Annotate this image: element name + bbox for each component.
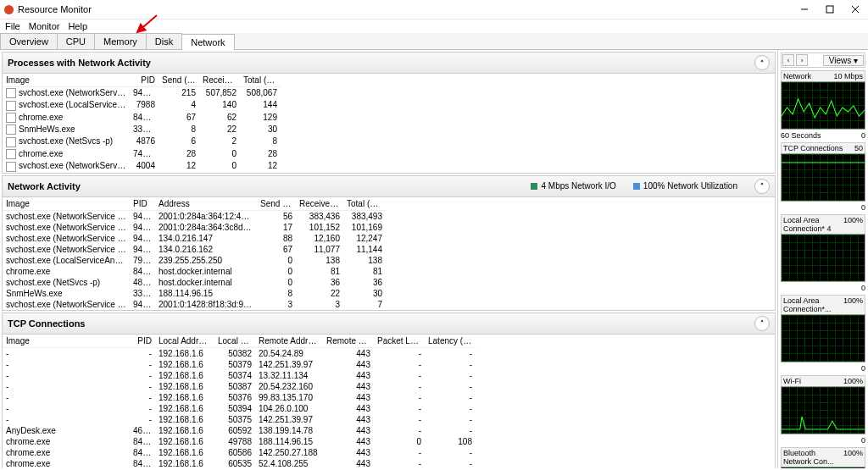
cell: - [374, 447, 425, 458]
column-header[interactable]: Total (B/sec) [240, 74, 281, 87]
column-header[interactable]: Remote Address [255, 335, 323, 348]
cell: 50375 [214, 414, 255, 425]
panel-tcp-title: TCP Connections [8, 318, 85, 329]
arrow-left-icon[interactable]: ‹ [782, 54, 794, 66]
tab-cpu[interactable]: CPU [57, 33, 95, 49]
tab-memory[interactable]: Memory [94, 33, 147, 49]
arrow-right-icon[interactable]: › [796, 54, 808, 66]
chevron-up-icon[interactable]: ˄ [754, 316, 770, 331]
tab-overview[interactable]: Overview [0, 33, 58, 49]
tab-disk[interactable]: Disk [146, 33, 182, 49]
cell: - [425, 370, 476, 381]
cell: - [374, 403, 425, 414]
chevron-up-icon[interactable]: ˄ [754, 55, 770, 70]
cell: 383,436 [296, 211, 343, 222]
panel-tcp-header[interactable]: TCP Connections ˄ [3, 313, 775, 335]
cell: 108 [425, 436, 476, 447]
cell: 36 [343, 277, 386, 288]
cell: 134.0.216.162 [155, 244, 257, 255]
column-header[interactable]: Local Address [155, 335, 214, 348]
column-header[interactable]: PID [130, 197, 155, 211]
cell: 192.168.1.6 [155, 458, 214, 468]
panel-processes: Processes with Network Activity ˄ ImageP… [2, 52, 776, 174]
cell: 2001:0:1428:8f18:3d:9312:fa... [155, 299, 257, 310]
chart-footer: 0 [781, 284, 865, 292]
column-header[interactable]: Image [3, 197, 130, 211]
menu-help[interactable]: Help [68, 21, 87, 31]
checkbox[interactable] [6, 149, 16, 159]
cell: - [425, 425, 476, 436]
column-header[interactable]: Packet Loss (%) [374, 335, 425, 348]
cell: 50379 [214, 359, 255, 370]
column-header[interactable]: Local Port [214, 335, 255, 348]
cell: - [3, 348, 130, 359]
cell: 507,852 [199, 87, 240, 99]
column-header[interactable]: PID [130, 74, 159, 87]
chart-scale: 100% [843, 216, 863, 233]
chart-scale: 100% [843, 377, 863, 385]
cell: 30 [240, 124, 281, 135]
chart-header: Network10 Mbps [781, 70, 865, 81]
column-header[interactable]: Receive (B/sec) [199, 74, 240, 87]
cell: - [425, 403, 476, 414]
column-header[interactable]: Send (B/sec) [257, 197, 296, 211]
titlebar: Resource Monitor [0, 0, 868, 19]
checkbox[interactable] [6, 113, 16, 123]
views-dropdown[interactable]: Views ▾ [823, 55, 864, 66]
cell: 81 [296, 266, 343, 277]
cell: 94412 [130, 211, 155, 222]
column-header[interactable]: Latency (ms) [425, 335, 476, 348]
cell: - [130, 392, 155, 403]
cell: 443 [323, 359, 374, 370]
menu-monitor[interactable]: Monitor [29, 21, 60, 31]
minimize-button[interactable] [792, 0, 817, 19]
checkbox[interactable] [6, 137, 16, 147]
cell: 84760 [130, 436, 155, 447]
side-panel: ‹ › Views ▾ Network10 Mbps60 Seconds0TCP… [778, 50, 868, 468]
panel-processes-header[interactable]: Processes with Network Activity ˄ [3, 53, 775, 74]
column-header[interactable]: Image [3, 335, 130, 348]
cell: chrome.exe [3, 112, 130, 124]
menu-file[interactable]: File [5, 21, 20, 31]
chart [781, 81, 865, 130]
column-header[interactable]: PID [130, 335, 155, 348]
column-header[interactable]: Remote Port [323, 335, 374, 348]
cell: - [425, 447, 476, 458]
cell: 3 [296, 299, 343, 310]
cell: chrome.exe [3, 458, 130, 468]
cell: - [374, 348, 425, 359]
column-header[interactable]: Total (B/sec) [343, 197, 386, 211]
checkbox[interactable] [6, 124, 16, 135]
cell: - [130, 381, 155, 392]
cell: svchost.exe (NetSvcs -p) [3, 135, 130, 147]
column-header[interactable]: Image [3, 74, 130, 87]
cell: 4876 [130, 135, 159, 147]
checkbox[interactable] [6, 88, 16, 98]
checkbox[interactable] [6, 162, 16, 172]
column-header[interactable]: Send (B/sec) [159, 74, 199, 87]
cell: - [374, 392, 425, 403]
cell: - [130, 414, 155, 425]
checkbox[interactable] [6, 101, 16, 111]
cell: 28 [159, 148, 199, 160]
window-title: Resource Monitor [18, 4, 792, 14]
cell: host.docker.internal [155, 266, 257, 277]
panel-activity-header[interactable]: Network Activity 4 Mbps Network I/O 100%… [3, 176, 775, 197]
close-button[interactable] [843, 0, 868, 19]
chevron-up-icon[interactable]: ˄ [754, 179, 770, 194]
cell: 140 [199, 99, 240, 111]
cell: - [3, 381, 130, 392]
cell: svchost.exe (NetworkService -p) [3, 222, 130, 233]
chart-title: TCP Connections [783, 144, 843, 152]
cell: 17 [257, 222, 296, 233]
cell: 215 [159, 87, 199, 99]
column-header[interactable]: Address [155, 197, 257, 211]
cell: 52.4.108.255 [255, 458, 323, 468]
cell: 84760 [130, 266, 155, 277]
cell: - [374, 425, 425, 436]
cell: 188.114.96.15 [255, 436, 323, 447]
cell: 94412 [130, 222, 155, 233]
maximize-button[interactable] [817, 0, 843, 19]
tab-network[interactable]: Network [181, 34, 234, 50]
column-header[interactable]: Receive (B/sec) [296, 197, 343, 211]
